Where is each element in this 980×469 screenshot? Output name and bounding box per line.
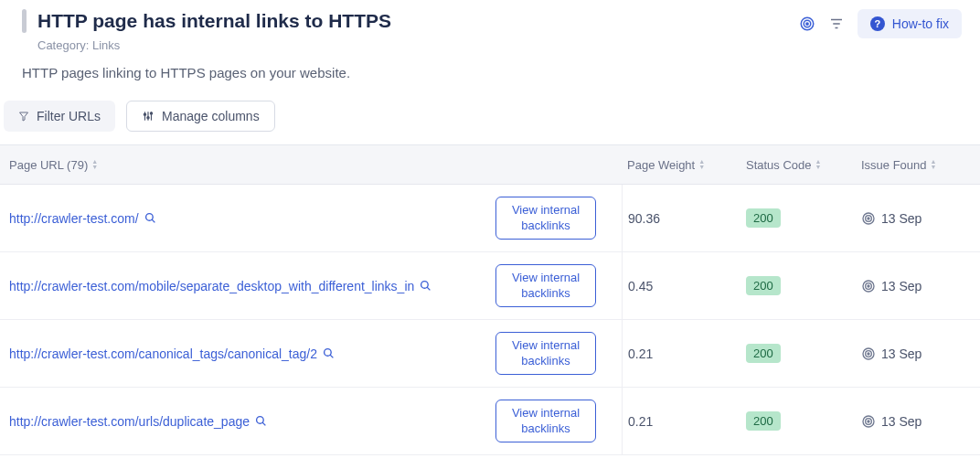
magnify-icon[interactable]	[323, 347, 335, 359]
view-backlinks-button[interactable]: View internal backlinks	[495, 332, 596, 376]
svg-point-28	[257, 417, 264, 424]
svg-line-29	[262, 422, 265, 425]
question-icon: ?	[870, 16, 885, 31]
page-weight-value: 90.36	[628, 211, 660, 226]
sort-caret-icon: ▲▼	[815, 159, 822, 170]
title-accent-bar	[22, 9, 27, 33]
status-badge: 200	[746, 344, 781, 363]
page-title: HTTP page has internal links to HTTPS	[37, 10, 391, 32]
howto-fix-button[interactable]: ? How-to fix	[858, 9, 962, 38]
svg-marker-6	[20, 112, 28, 121]
howto-fix-label: How-to fix	[892, 16, 949, 31]
svg-line-14	[152, 219, 154, 222]
table-row: http://crawler-test.com/mobile/separate_…	[0, 252, 980, 320]
manage-columns-button[interactable]: Manage columns	[126, 101, 275, 132]
filter-urls-label: Filter URLs	[37, 109, 101, 123]
col-header-status-label: Status Code	[746, 158, 812, 172]
col-header-found-label: Issue Found	[861, 158, 927, 172]
target-icon	[861, 211, 876, 226]
svg-point-27	[868, 353, 869, 355]
page-weight-value: 0.21	[628, 414, 653, 429]
page-url-link[interactable]: http://crawler-test.com/mobile/separate_…	[9, 279, 414, 293]
svg-point-13	[145, 214, 153, 221]
svg-point-11	[147, 117, 149, 119]
page-url-link[interactable]: http://crawler-test.com/	[9, 211, 139, 226]
view-backlinks-button[interactable]: View internal backlinks	[495, 264, 596, 308]
magnify-icon[interactable]	[255, 415, 267, 427]
sort-caret-icon: ▲▼	[91, 159, 98, 170]
svg-point-17	[868, 218, 869, 219]
target-icon	[861, 414, 876, 429]
target-icon[interactable]	[799, 16, 815, 32]
status-badge: 200	[746, 411, 781, 431]
col-header-found[interactable]: Issue Found ▲▼	[856, 158, 980, 172]
table-row: http://crawler-test.com/urls/duplicate_p…	[0, 388, 980, 455]
svg-line-19	[427, 287, 430, 290]
issue-found-date: 13 Sep	[881, 211, 921, 226]
filter-urls-button[interactable]: Filter URLs	[4, 101, 115, 132]
issue-found-date: 13 Sep	[881, 346, 921, 361]
status-badge: 200	[746, 276, 781, 295]
view-backlinks-button[interactable]: View internal backlinks	[495, 400, 596, 443]
table-row: http://crawler-test.com/canonical_tags/c…	[0, 320, 980, 388]
svg-point-10	[144, 113, 145, 115]
page-description: HTTP pages linking to HTTPS pages on you…	[0, 52, 980, 101]
columns-icon	[142, 110, 154, 123]
page-url-link[interactable]: http://crawler-test.com/urls/duplicate_p…	[9, 414, 250, 429]
svg-point-12	[150, 112, 152, 114]
issue-found-date: 13 Sep	[881, 279, 921, 293]
target-icon	[861, 279, 876, 293]
svg-point-18	[421, 282, 429, 289]
view-backlinks-button[interactable]: View internal backlinks	[495, 197, 596, 240]
col-header-url-label: Page URL (79)	[9, 158, 88, 172]
issue-found-date: 13 Sep	[881, 414, 921, 429]
col-header-weight[interactable]: Page Weight ▲▼	[622, 158, 740, 172]
col-header-weight-label: Page Weight	[627, 158, 695, 172]
sort-icon[interactable]	[828, 16, 845, 32]
svg-point-32	[868, 421, 869, 422]
magnify-icon[interactable]	[420, 280, 431, 292]
page-weight-value: 0.21	[628, 346, 653, 361]
sort-caret-icon: ▲▼	[931, 159, 937, 170]
page-weight-value: 0.45	[628, 279, 653, 293]
col-header-url[interactable]: Page URL (79) ▲▼	[0, 158, 622, 172]
table-row: http://crawler-test.com/ View internal b…	[0, 185, 980, 252]
category-label: Category: Links	[37, 38, 391, 52]
svg-point-2	[806, 23, 808, 25]
magnify-icon[interactable]	[144, 212, 156, 224]
sort-caret-icon: ▲▼	[698, 159, 705, 170]
svg-point-23	[325, 349, 332, 357]
svg-line-24	[330, 355, 333, 357]
svg-point-22	[868, 285, 869, 287]
page-url-link[interactable]: http://crawler-test.com/canonical_tags/c…	[9, 346, 317, 361]
filter-icon	[18, 111, 29, 122]
manage-columns-label: Manage columns	[162, 109, 260, 123]
col-header-status[interactable]: Status Code ▲▼	[740, 158, 856, 172]
target-icon	[861, 346, 876, 361]
table-header: Page URL (79) ▲▼ Page Weight ▲▼ Status C…	[0, 144, 980, 185]
status-badge: 200	[746, 208, 781, 228]
